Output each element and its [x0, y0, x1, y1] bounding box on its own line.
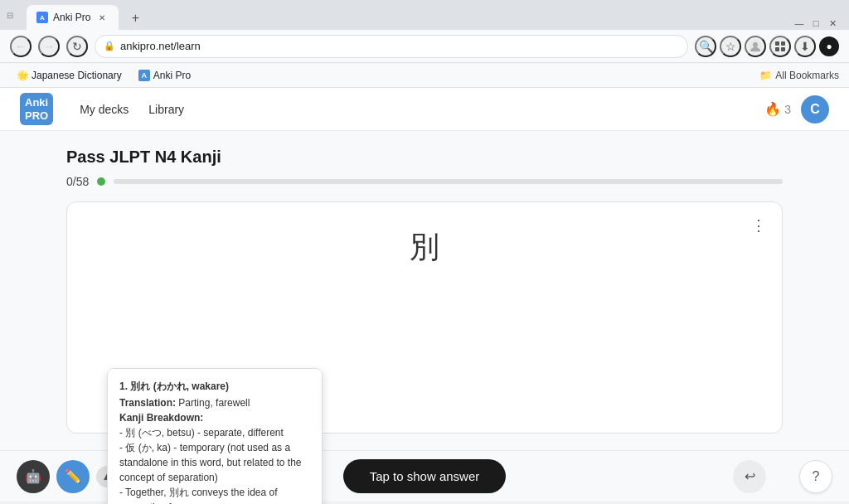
- tooltip-entry1-translation: Translation: Parting, farewell: [119, 395, 310, 410]
- card-container: 別 ⋮ 1. 別れ (わかれ, wakare) Translation: Par…: [66, 201, 783, 434]
- help-icon: ?: [813, 469, 820, 484]
- tooltip-breakdown-line1: - 別 (べつ, betsu) - separate, different: [119, 425, 310, 440]
- lock-icon: 🔒: [104, 41, 115, 51]
- tab-favicon: A: [36, 12, 48, 23]
- japanese-dictionary-favicon: 🌟: [17, 70, 28, 81]
- app-content: Anki PRO My decks Library 🔥 3 C Pass JLP…: [0, 88, 849, 474]
- minimize-button[interactable]: —: [793, 17, 806, 30]
- help-button[interactable]: ?: [799, 460, 832, 493]
- tab-close-button[interactable]: ✕: [95, 11, 109, 24]
- header-right: 🔥 3 C: [764, 95, 829, 124]
- address-bar[interactable]: 🔒 ankipro.net/learn: [95, 35, 688, 58]
- extensions-button[interactable]: [769, 36, 791, 57]
- download-button[interactable]: ⬇: [794, 36, 816, 57]
- flame-count: 3: [784, 103, 791, 116]
- logo[interactable]: Anki PRO: [20, 93, 53, 125]
- kanji-character: 別: [410, 230, 439, 264]
- bookmarks-bar: 🌟 Japanese Dictionary A Anki Pro 📁 All B…: [0, 63, 849, 88]
- bottom-left-icons: 🤖 ✏️ ▲: [17, 460, 118, 493]
- app-header: Anki PRO My decks Library 🔥 3 C: [0, 88, 849, 131]
- progress-text: 0/58: [66, 175, 89, 188]
- progress-current: 0: [66, 175, 73, 188]
- bot-icon: 🤖: [25, 468, 41, 484]
- nav-links: My decks Library: [80, 103, 184, 116]
- profile-avatar[interactable]: ●: [819, 36, 839, 56]
- account-button[interactable]: [745, 36, 766, 57]
- back-button[interactable]: ←: [10, 36, 32, 57]
- main-content: Pass JLPT N4 Kanji 0/58 別 ⋮ 1. 別れ (わかれ, …: [0, 131, 849, 450]
- flame-score: 🔥 3: [764, 101, 791, 117]
- progress-dot: [97, 177, 105, 186]
- deck-title: Pass JLPT N4 Kanji: [66, 148, 783, 167]
- card-menu-button[interactable]: ⋮: [745, 212, 772, 239]
- tooltip-popup: 1. 別れ (わかれ, wakare) Translation: Parting…: [107, 368, 323, 504]
- pencil-icon-button[interactable]: ✏️: [56, 460, 90, 493]
- tooltip-translation-value1: Parting, farewell: [178, 397, 250, 409]
- svg-point-1: [753, 42, 758, 47]
- flame-icon: 🔥: [764, 101, 781, 117]
- user-avatar[interactable]: C: [801, 95, 829, 124]
- tooltip-entry1-title: 1. 別れ (わかれ, wakare): [119, 379, 310, 394]
- bookmark-anki-pro[interactable]: A Anki Pro: [132, 68, 197, 83]
- tooltip-breakdown-line3: - Together, 別れ conveys the idea of separ…: [119, 485, 310, 504]
- progress-total: 58: [76, 175, 90, 188]
- svg-rect-2: [775, 41, 779, 46]
- maximize-button[interactable]: □: [809, 17, 822, 30]
- url-text: ankipro.net/learn: [120, 40, 679, 52]
- browser-toolbar: ← → ↻ 🔒 ankipro.net/learn 🔍 ☆ ⬇ ●: [0, 30, 849, 63]
- close-button[interactable]: ✕: [826, 17, 839, 30]
- svg-rect-5: [781, 47, 785, 51]
- bookmark-japanese-dictionary-label: Japanese Dictionary: [32, 70, 122, 81]
- pencil-icon: ✏️: [65, 468, 81, 484]
- folder-icon: 📁: [759, 70, 772, 81]
- tooltip-breakdown-label1: Kanji Breakdown:: [119, 410, 310, 425]
- bookmark-japanese-dictionary[interactable]: 🌟 Japanese Dictionary: [10, 68, 129, 83]
- anki-pro-favicon: A: [138, 70, 150, 81]
- show-answer-button[interactable]: Tap to show answer: [343, 459, 507, 493]
- nav-my-decks[interactable]: My decks: [80, 103, 129, 116]
- svg-rect-3: [781, 41, 785, 46]
- bookmark-anki-pro-label: Anki Pro: [153, 70, 191, 81]
- logo-box: Anki PRO: [20, 93, 53, 125]
- tab-title: Anki Pro: [53, 12, 90, 23]
- undo-icon: ↩: [745, 468, 755, 484]
- new-tab-button[interactable]: +: [124, 7, 147, 30]
- reload-button[interactable]: ↻: [66, 36, 88, 57]
- undo-button[interactable]: ↩: [733, 460, 766, 493]
- forward-button[interactable]: →: [38, 36, 60, 57]
- nav-library[interactable]: Library: [148, 103, 184, 116]
- progress-row: 0/58: [66, 175, 783, 188]
- bot-icon-button[interactable]: 🤖: [17, 460, 50, 493]
- tooltip-breakdown-line2: - 仮 (か, ka) - temporary (not used as a s…: [119, 440, 310, 485]
- progress-bar: [114, 179, 783, 184]
- all-bookmarks-label: All Bookmarks: [775, 70, 839, 81]
- tooltip-translation-label1: Translation:: [119, 397, 176, 409]
- star-button[interactable]: ☆: [720, 36, 741, 57]
- active-tab[interactable]: A Anki Pro ✕: [27, 5, 119, 30]
- card-kanji: 別: [410, 227, 439, 268]
- window-controls: ⊟: [7, 11, 13, 20]
- svg-rect-4: [775, 47, 779, 51]
- zoom-button[interactable]: 🔍: [695, 36, 716, 57]
- all-bookmarks-button[interactable]: 📁 All Bookmarks: [759, 70, 839, 81]
